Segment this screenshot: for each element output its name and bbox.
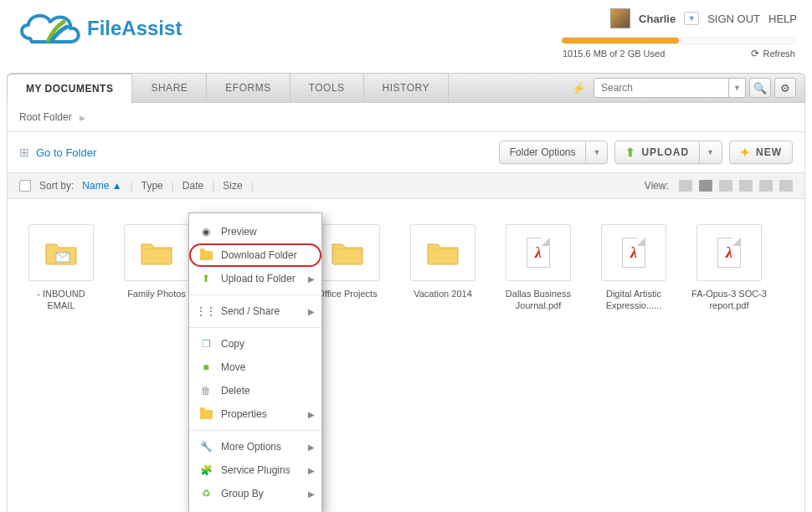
sort-by-date[interactable]: Date <box>182 180 203 192</box>
storage-text: 1015.6 MB of 2 GB Used <box>563 49 665 59</box>
ctx-move[interactable]: ■ Move <box>189 356 321 379</box>
chevron-right-icon: ▶ <box>308 466 315 475</box>
view-compact-icon[interactable] <box>719 180 732 192</box>
properties-icon <box>199 407 213 421</box>
sort-by-size[interactable]: Size <box>223 180 242 192</box>
file-name-label: Digital Artistic Expressio...... <box>595 288 672 312</box>
folder-options-button[interactable]: Folder Options ▼ <box>499 141 609 164</box>
view-thumb-icon[interactable] <box>759 180 773 192</box>
storage-bar <box>561 37 797 44</box>
sort-by-name[interactable]: Name ▲ <box>82 180 121 192</box>
ctx-service-plugins[interactable]: 🧩 Service Plugins ▶ <box>189 458 321 482</box>
folder-icon <box>124 224 189 281</box>
file-item[interactable]: λDallas Business Journal.pdf <box>500 224 577 312</box>
file-name-label: Office Projects <box>317 288 377 300</box>
chevron-down-icon: ▼ <box>586 148 607 156</box>
view-grid-icon[interactable] <box>699 180 712 192</box>
help-link[interactable]: HELP <box>768 13 797 25</box>
search-input[interactable] <box>594 78 729 98</box>
main-tabbar: MY DOCUMENTS SHARE EFORMS TOOLS HISTORY … <box>7 73 805 103</box>
gear-icon: ⚙ <box>780 82 790 95</box>
upload-icon: ⬆ <box>625 146 636 159</box>
view-chart-icon[interactable] <box>779 180 793 192</box>
app-logo: FileAssist <box>15 8 182 49</box>
ctx-download-folder[interactable]: Download Folder <box>189 243 321 267</box>
sort-by-type[interactable]: Type <box>141 180 163 192</box>
search-icon: 🔍 <box>753 82 767 95</box>
refresh-icon: ⟳ <box>751 48 759 59</box>
pdf-icon: λ <box>506 224 571 281</box>
view-label: View: <box>645 180 669 192</box>
select-all-checkbox[interactable] <box>19 180 31 192</box>
search-dropdown[interactable]: ▼ <box>729 78 746 98</box>
upload-icon: ⬆ <box>199 272 213 285</box>
move-icon: ■ <box>199 361 213 374</box>
play-icon: ◉ <box>199 225 213 238</box>
copy-icon: ❐ <box>199 337 213 351</box>
tree-icon: ⊞ <box>19 146 29 159</box>
ctx-send-share[interactable]: ⋮⋮ Send / Share ▶ <box>189 300 321 323</box>
chevron-down-icon: ▼ <box>700 148 722 156</box>
file-item[interactable]: Family Photos <box>118 224 195 312</box>
file-name-label: - INBOUND EMAIL <box>23 288 100 312</box>
file-item[interactable]: - INBOUND EMAIL <box>23 224 100 312</box>
upload-button[interactable]: ⬆UPLOAD ▼ <box>614 141 722 164</box>
download-folder-icon <box>199 248 213 262</box>
pdf-icon: λ <box>601 224 666 281</box>
file-name-label: FA-Opus-3 SOC-3 report.pdf <box>691 288 768 312</box>
signout-link[interactable]: SIGN OUT <box>707 13 760 25</box>
view-detail-icon[interactable] <box>739 180 753 192</box>
ctx-properties[interactable]: Properties ▶ <box>189 402 321 426</box>
file-name-label: Family Photos <box>127 288 186 300</box>
group-icon: ♻ <box>199 487 213 500</box>
ctx-group-by[interactable]: ♻ Group By ▶ <box>189 482 321 505</box>
chevron-right-icon: ▶ <box>308 410 315 419</box>
tab-eforms[interactable]: EFORMS <box>207 74 290 102</box>
chevron-right-icon: ▶ <box>308 489 315 499</box>
tab-my-documents[interactable]: MY DOCUMENTS <box>7 74 132 104</box>
breadcrumb: Root Folder ▶ <box>7 103 805 132</box>
ctx-upload-to-folder[interactable]: ⬆ Upload to Folder ▶ <box>189 267 321 290</box>
avatar[interactable] <box>610 8 630 28</box>
trash-icon: 🗑 <box>199 384 213 397</box>
tab-share[interactable]: SHARE <box>132 74 207 102</box>
folder-mail-icon <box>28 224 94 281</box>
chevron-right-icon: ▶ <box>80 114 85 122</box>
folder-icon <box>315 224 380 281</box>
username-label: Charlie <box>639 13 676 25</box>
plugin-icon: 🧩 <box>199 463 213 477</box>
settings-button[interactable]: ⚙ <box>774 78 796 98</box>
ctx-copy[interactable]: ❐ Copy <box>189 332 321 356</box>
file-name-label: Dallas Business Journal.pdf <box>500 288 577 312</box>
context-menu: ◉ Preview Download Folder ⬆ Upload to Fo… <box>188 212 322 512</box>
ctx-delete[interactable]: 🗑 Delete <box>189 379 321 402</box>
go-to-folder-link[interactable]: ⊞ Go to Folder <box>19 146 96 159</box>
app-name: FileAssist <box>87 17 182 40</box>
ctx-more-options[interactable]: 🔧 More Options ▶ <box>189 435 321 458</box>
star-icon: ✦ <box>740 146 751 159</box>
file-item[interactable]: λDigital Artistic Expressio...... <box>595 224 672 312</box>
view-list-icon[interactable] <box>679 180 692 192</box>
refresh-button[interactable]: ⟳ Refresh <box>751 48 795 59</box>
tab-history[interactable]: HISTORY <box>364 74 449 102</box>
file-name-label: Vacation 2014 <box>414 288 472 300</box>
share-icon: ⋮⋮ <box>199 305 213 318</box>
chevron-right-icon: ▶ <box>308 307 315 316</box>
breadcrumb-root[interactable]: Root Folder <box>19 111 72 123</box>
bolt-icon[interactable]: ⚡ <box>572 82 585 95</box>
chevron-right-icon: ▶ <box>308 274 315 284</box>
new-button[interactable]: ✦ NEW <box>729 141 793 164</box>
search-button[interactable]: 🔍 <box>749 78 771 98</box>
user-dropdown[interactable]: ▼ <box>684 12 699 25</box>
file-item[interactable]: λFA-Opus-3 SOC-3 report.pdf <box>691 224 768 312</box>
file-item[interactable]: Vacation 2014 <box>404 224 481 312</box>
pdf-icon: λ <box>696 224 762 281</box>
sort-label: Sort by: <box>39 180 74 192</box>
ctx-preview[interactable]: ◉ Preview <box>189 220 321 243</box>
wrench-icon: 🔧 <box>199 440 213 453</box>
tab-tools[interactable]: TOOLS <box>290 74 364 102</box>
chevron-right-icon: ▶ <box>308 443 315 452</box>
folder-icon <box>410 224 475 281</box>
cloud-icon <box>15 8 85 49</box>
